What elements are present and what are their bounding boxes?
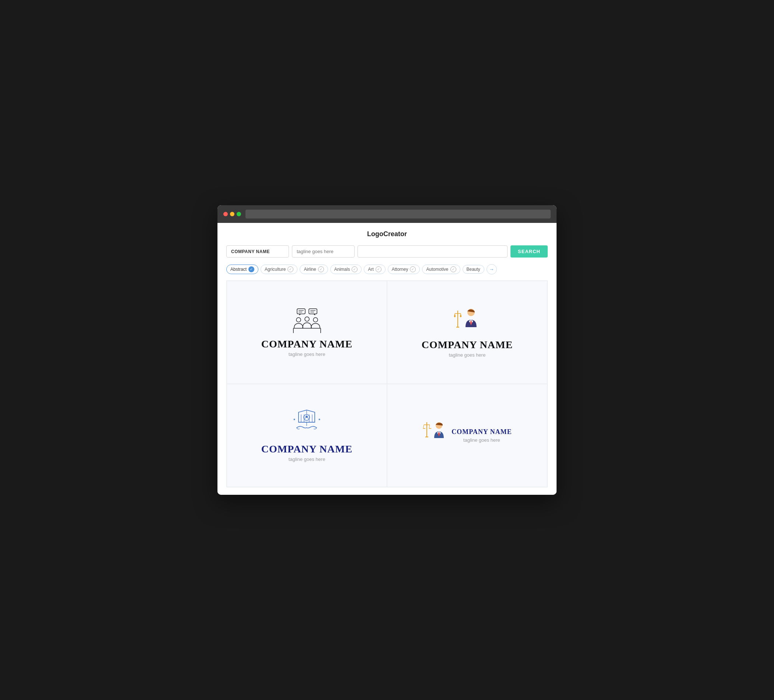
- filter-next-button[interactable]: →: [486, 264, 497, 274]
- company-name-input[interactable]: [226, 245, 289, 258]
- browser-window: LogoCreator SEARCH Abstract ✓ Agricultur…: [217, 205, 557, 495]
- filter-attorney-check: ✓: [410, 266, 416, 272]
- filter-art-check: ✓: [375, 266, 382, 272]
- filter-agriculture[interactable]: Agriculture ✓: [261, 264, 298, 274]
- svg-rect-0: [297, 309, 305, 314]
- address-bar: [245, 210, 551, 218]
- filter-art-label: Art: [368, 267, 373, 272]
- filter-attorney-label: Attorney: [392, 267, 408, 272]
- filter-animals-check: ✓: [352, 266, 357, 272]
- svg-marker-3: [313, 314, 315, 315]
- filter-agriculture-check: ✓: [288, 266, 293, 272]
- svg-marker-1: [299, 314, 301, 315]
- filter-automotive-label: Automotive: [426, 267, 448, 272]
- traffic-lights: [223, 212, 241, 216]
- logo-card-2[interactable]: COMPANY NAME tagline goes here: [387, 281, 547, 384]
- filter-abstract-check: ✓: [248, 266, 254, 272]
- keyword-input[interactable]: [357, 245, 508, 258]
- logo2-company-name: COMPANY NAME: [422, 339, 513, 351]
- filter-automotive[interactable]: Automotive ✓: [422, 264, 460, 274]
- filter-airline[interactable]: Airline ✓: [299, 264, 327, 274]
- filter-beauty-label: Beauty: [466, 267, 480, 272]
- browser-chrome: [217, 205, 557, 223]
- filter-bar: Abstract ✓ Agriculture ✓ Airline ✓ Anima…: [226, 264, 548, 274]
- svg-line-33: [423, 425, 424, 428]
- close-button[interactable]: [223, 212, 228, 216]
- logo-card-4[interactable]: COMPANY NAME tagline goes here: [387, 384, 547, 487]
- filter-art[interactable]: Art ✓: [364, 264, 385, 274]
- logo4-company-name: COMPANY NAME: [452, 428, 511, 436]
- app-title: LogoCreator: [226, 230, 548, 238]
- logo4-tagline: tagline goes here: [452, 438, 511, 443]
- meeting-icon: [290, 308, 324, 334]
- filter-attorney[interactable]: Attorney ✓: [388, 264, 420, 274]
- filter-airline-check: ✓: [318, 266, 324, 272]
- svg-point-8: [296, 318, 301, 322]
- logo-grid: COMPANY NAME tagline goes here: [226, 281, 548, 487]
- svg-text:★: ★: [318, 418, 321, 421]
- search-button[interactable]: SEARCH: [511, 245, 548, 258]
- logo3-tagline: tagline goes here: [289, 456, 326, 462]
- logo1-tagline: tagline goes here: [289, 352, 326, 357]
- filter-automotive-check: ✓: [450, 266, 456, 272]
- svg-line-35: [429, 425, 430, 428]
- logo-card-1[interactable]: COMPANY NAME tagline goes here: [227, 281, 387, 384]
- search-bar: SEARCH: [226, 245, 548, 258]
- svg-rect-2: [309, 309, 317, 314]
- logo2-tagline: tagline goes here: [449, 352, 486, 358]
- svg-point-12: [313, 318, 318, 322]
- svg-point-13: [305, 317, 309, 321]
- attorney2-icon: [422, 420, 447, 446]
- attorney-icon: [453, 307, 482, 335]
- filter-beauty[interactable]: Beauty: [463, 265, 484, 274]
- filter-abstract[interactable]: Abstract ✓: [226, 264, 258, 274]
- filter-animals-label: Animals: [334, 267, 350, 272]
- logo4-text-group: COMPANY NAME tagline goes here: [452, 428, 511, 443]
- tagline-input[interactable]: [292, 245, 355, 258]
- building-icon: ★ ★: [289, 409, 324, 439]
- logo3-company-name: COMPANY NAME: [261, 443, 353, 455]
- logo-card-3[interactable]: ★ ★ COMPANY NAME tagline goes here: [227, 384, 387, 487]
- svg-text:★: ★: [293, 418, 296, 421]
- app-content: LogoCreator SEARCH Abstract ✓ Agricultur…: [217, 223, 557, 495]
- minimize-button[interactable]: [230, 212, 235, 216]
- filter-agriculture-label: Agriculture: [265, 267, 286, 272]
- filter-abstract-label: Abstract: [230, 267, 246, 272]
- maximize-button[interactable]: [237, 212, 241, 216]
- logo1-company-name: COMPANY NAME: [261, 338, 353, 350]
- filter-airline-label: Airline: [304, 267, 316, 272]
- filter-animals[interactable]: Animals ✓: [330, 264, 362, 274]
